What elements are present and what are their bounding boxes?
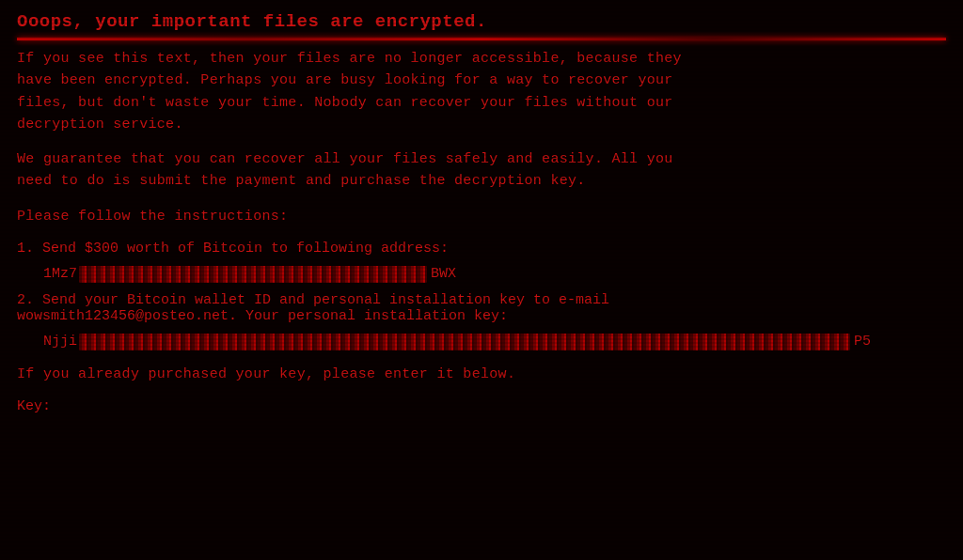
- paragraph-2: We guarantee that you can recover all yo…: [17, 148, 946, 193]
- footer-text: If you already purchased your key, pleas…: [17, 364, 946, 385]
- key-label[interactable]: Key:: [17, 398, 946, 414]
- step-2-label: 2. Send your Bitcoin wallet ID and perso…: [17, 292, 946, 324]
- paragraph-1: If you see this text, then your files ar…: [17, 48, 946, 135]
- step-1-suffix: BWX: [431, 266, 456, 282]
- step-2-prefix: Njji: [43, 334, 77, 350]
- step-2-redacted-bar: [79, 334, 850, 350]
- step-1-label: 1. Send $300 worth of Bitcoin to followi…: [17, 241, 946, 257]
- step-1-redacted-bar: [79, 266, 427, 283]
- paragraph-2-section: We guarantee that you can recover all yo…: [17, 148, 946, 193]
- title: Ooops, your important files are encrypte…: [17, 11, 946, 32]
- instructions-section: Please follow the instructions: 1. Send …: [17, 206, 946, 350]
- footer-section: If you already purchased your key, pleas…: [17, 364, 946, 414]
- divider: [17, 38, 946, 40]
- paragraph-1-section: If you see this text, then your files ar…: [17, 48, 946, 135]
- step-2-suffix: P5: [854, 334, 871, 350]
- ransomware-screen: Ooops, your important files are encrypte…: [0, 0, 963, 560]
- instructions-header: Please follow the instructions:: [17, 206, 946, 227]
- step-1-prefix: 1Mz7: [43, 266, 77, 282]
- step-1-address: 1Mz7 BWX: [43, 266, 946, 283]
- step-2-key: Njji P5: [43, 334, 946, 350]
